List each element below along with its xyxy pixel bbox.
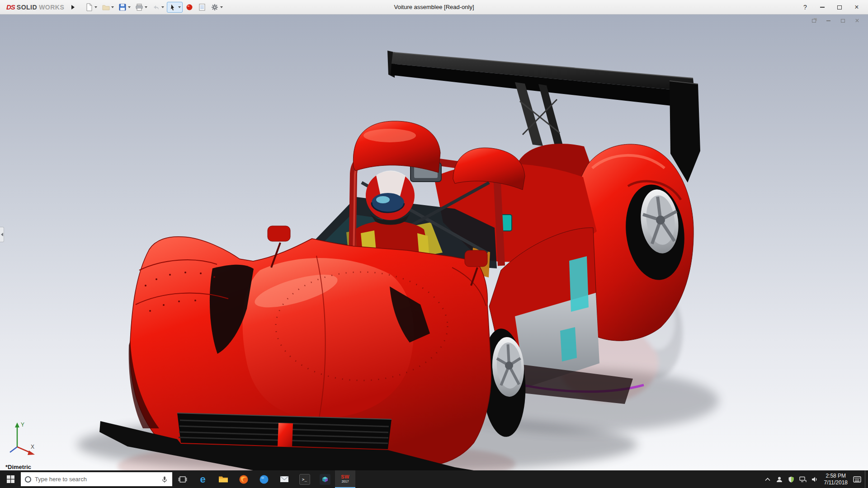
new-document-icon	[85, 3, 93, 11]
maximize-button[interactable]	[832, 1, 847, 13]
print-button[interactable]	[133, 2, 149, 13]
mail-button[interactable]	[274, 470, 294, 488]
select-tool-button[interactable]	[167, 2, 183, 13]
open-button[interactable]	[100, 2, 116, 13]
command-prompt-icon: >_	[299, 474, 310, 485]
maximize-icon	[837, 5, 842, 9]
system-tray: 2:58 PM 7/11/2018	[762, 470, 868, 488]
triad-y-label: Y	[21, 422, 24, 428]
quick-access-toolbar	[83, 2, 225, 13]
close-icon: ×	[854, 4, 859, 11]
start-button[interactable]	[0, 470, 21, 488]
mail-icon	[280, 476, 289, 483]
solidworks-taskbar-button[interactable]: SW 2017	[335, 470, 355, 488]
print-icon	[135, 3, 143, 11]
collapse-arrow-icon	[1, 233, 3, 236]
window-controls: ? ×	[797, 0, 864, 14]
show-desktop-button[interactable]	[865, 470, 868, 488]
tray-user-button[interactable]	[774, 470, 785, 488]
appearance-icon	[185, 3, 193, 11]
minimize-icon	[820, 7, 825, 8]
touch-keyboard-button[interactable]	[851, 470, 863, 488]
titlebar: DS SOLIDWORKS	[0, 0, 868, 14]
shield-icon	[788, 476, 794, 483]
triad-x-label: X	[31, 444, 34, 450]
help-button[interactable]: ?	[797, 1, 813, 13]
dropdown-caret[interactable]	[94, 6, 97, 8]
clock-date: 7/11/2018	[824, 479, 848, 486]
search-input[interactable]	[35, 476, 157, 483]
firefox-button[interactable]	[233, 470, 254, 488]
task-view-icon	[178, 476, 187, 483]
undo-button[interactable]	[150, 2, 166, 13]
toolbar-expand-button[interactable]	[69, 2, 77, 12]
dropdown-caret[interactable]	[145, 6, 147, 8]
dropdown-caret[interactable]	[161, 6, 164, 8]
network-icon	[799, 476, 807, 483]
dropdown-caret[interactable]	[220, 6, 223, 8]
graphics-area[interactable]: × Y X *Dimetric	[0, 14, 868, 470]
solidworks-icon: SW 2017	[341, 474, 349, 483]
view-orientation-label: *Dimetric	[5, 464, 31, 470]
options-gear-icon	[211, 3, 219, 11]
tray-expand-button[interactable]	[762, 470, 774, 488]
solidworks-logo: DS SOLIDWORKS	[0, 3, 69, 11]
tray-security-button[interactable]	[785, 470, 797, 488]
microphone-icon[interactable]	[161, 476, 168, 483]
appearance-button[interactable]	[184, 2, 195, 13]
close-button[interactable]: ×	[849, 1, 864, 13]
chevron-up-icon	[765, 478, 770, 481]
clock-time: 2:58 PM	[824, 473, 848, 479]
file-explorer-button[interactable]	[213, 470, 233, 488]
cube-app-icon	[320, 474, 330, 485]
edge-icon: e	[200, 474, 205, 484]
cortana-icon	[25, 476, 31, 483]
edge-button[interactable]: e	[193, 470, 213, 488]
sheet-format-icon	[198, 3, 206, 11]
volume-icon	[811, 476, 818, 483]
task-view-button[interactable]	[172, 470, 193, 488]
command-prompt-button[interactable]: >_	[294, 470, 315, 488]
save-button[interactable]	[117, 2, 132, 13]
expand-arrow-icon	[71, 5, 75, 9]
taskbar-search[interactable]	[21, 472, 172, 486]
cad-viewer-button[interactable]	[315, 470, 335, 488]
taskbar: e >_ SW 2017	[0, 470, 868, 488]
tray-network-button[interactable]	[797, 470, 809, 488]
firefox-icon	[239, 474, 249, 484]
window-title: Voiture assemblee [Read-only]	[394, 4, 474, 10]
car-model[interactable]	[0, 14, 868, 470]
select-cursor-icon	[169, 3, 177, 11]
doc-restore-icon[interactable]	[810, 17, 817, 24]
skype-icon	[259, 474, 269, 484]
ds-logo-icon: DS	[6, 3, 15, 11]
feature-panel-collapse-tab[interactable]	[0, 227, 4, 242]
brand-name-bold: SOLID	[17, 4, 37, 11]
minimize-button[interactable]	[815, 1, 830, 13]
tray-volume-button[interactable]	[809, 470, 821, 488]
dropdown-caret[interactable]	[128, 6, 131, 8]
dropdown-caret[interactable]	[178, 6, 181, 8]
user-icon	[776, 476, 783, 483]
skype-button[interactable]	[254, 470, 274, 488]
options-button[interactable]	[209, 2, 225, 13]
sheet-format-button[interactable]	[196, 2, 208, 13]
doc-maximize-icon[interactable]	[839, 17, 846, 24]
document-window-controls: ×	[810, 17, 861, 24]
file-explorer-icon	[218, 475, 228, 483]
undo-icon	[152, 3, 160, 11]
windows-logo-icon	[7, 475, 14, 483]
open-folder-icon	[102, 3, 110, 11]
brand-name-light: WORKS	[39, 4, 64, 11]
orientation-triad: Y X	[2, 419, 42, 460]
doc-close-icon[interactable]: ×	[854, 17, 861, 24]
doc-minimize-icon[interactable]	[825, 17, 832, 24]
dropdown-caret[interactable]	[111, 6, 114, 8]
save-icon	[118, 3, 127, 11]
new-document-button[interactable]	[83, 2, 99, 13]
taskbar-clock[interactable]: 2:58 PM 7/11/2018	[821, 473, 852, 486]
touch-keyboard-icon	[853, 476, 861, 483]
